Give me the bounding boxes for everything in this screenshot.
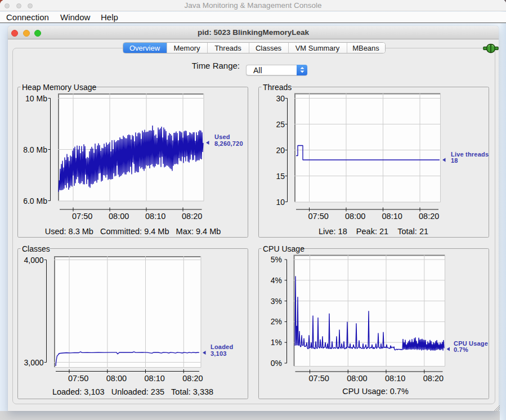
svg-text:Loaded: 3,103 Unloaded: 235: Loaded: 3,103 Unloaded: 235 Total: 3,338 <box>52 387 213 396</box>
svg-text:2%: 2% <box>271 317 282 326</box>
svg-text:4%: 4% <box>271 276 282 285</box>
svg-text:08:00: 08:00 <box>106 374 127 383</box>
svg-text:CPU Usage: 0.7%: CPU Usage: 0.7% <box>342 387 409 396</box>
svg-text:08:10: 08:10 <box>145 374 165 383</box>
svg-text:Live threads: Live threads <box>451 151 489 158</box>
svg-text:08:00: 08:00 <box>345 212 365 221</box>
svg-text:08:20: 08:20 <box>182 212 202 221</box>
svg-text:Threads: Threads <box>263 83 292 92</box>
svg-text:CPU Usage: CPU Usage <box>263 244 305 253</box>
svg-text:08:00: 08:00 <box>347 374 367 383</box>
svg-text:10: 10 <box>276 198 285 207</box>
svg-text:1%: 1% <box>271 338 282 347</box>
svg-text:8.0 Mb: 8.0 Mb <box>23 145 47 154</box>
svg-text:08:10: 08:10 <box>145 212 165 221</box>
svg-text:10 Mb: 10 Mb <box>25 94 47 103</box>
svg-text:07:50: 07:50 <box>308 212 329 221</box>
svg-text:18: 18 <box>451 157 458 164</box>
svg-text:Heap Memory Usage: Heap Memory Usage <box>22 83 96 92</box>
svg-text:6.0 Mb: 6.0 Mb <box>23 196 47 205</box>
svg-text:3,000: 3,000 <box>24 358 43 367</box>
svg-text:0%: 0% <box>271 359 282 368</box>
svg-text:3%: 3% <box>271 297 282 306</box>
svg-text:08:20: 08:20 <box>182 374 203 383</box>
svg-text:0.7%: 0.7% <box>454 346 468 353</box>
svg-text:08:20: 08:20 <box>419 212 439 221</box>
svg-text:Live: 18 Peak: 21 Total:: Live: 18 Peak: 21 Total: 21 <box>319 227 428 236</box>
svg-text:08:00: 08:00 <box>109 212 129 221</box>
svg-text:Classes: Classes <box>22 244 50 253</box>
svg-text:07:50: 07:50 <box>309 374 329 383</box>
svg-text:07:50: 07:50 <box>72 212 92 221</box>
svg-text:30: 30 <box>276 94 285 103</box>
svg-text:20: 20 <box>276 146 285 155</box>
svg-text:08:10: 08:10 <box>382 212 402 221</box>
svg-text:08:10: 08:10 <box>385 374 405 383</box>
svg-text:15: 15 <box>276 172 285 181</box>
svg-text:07:50: 07:50 <box>68 374 88 383</box>
svg-text:25: 25 <box>276 120 285 129</box>
svg-text:3,103: 3,103 <box>211 350 227 357</box>
svg-text:08:20: 08:20 <box>423 374 444 383</box>
svg-text:8,260,720: 8,260,720 <box>214 140 243 147</box>
svg-text:Loaded: Loaded <box>211 343 233 350</box>
svg-text:Used: Used <box>214 133 230 140</box>
svg-text:4,000: 4,000 <box>24 256 43 265</box>
svg-text:Used: 8.3 Mb Committed: 9.4: Used: 8.3 Mb Committed: 9.4 Mb Max: 9.4 … <box>45 227 221 236</box>
svg-text:5%: 5% <box>271 255 282 264</box>
svg-text:CPU Usage: CPU Usage <box>454 340 488 347</box>
